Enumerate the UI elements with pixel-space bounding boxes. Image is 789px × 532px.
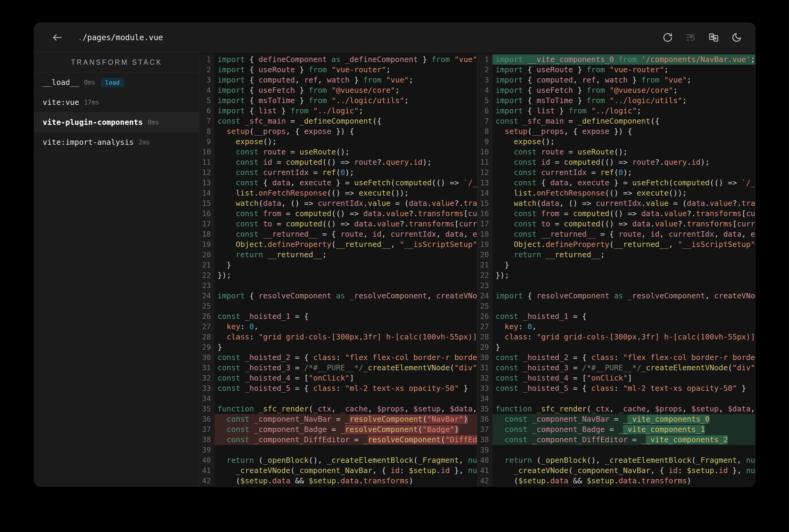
file-path: ./pages/module.vue (78, 33, 163, 42)
code-line: 39 (199, 445, 477, 455)
code-tokens: import __vite_components_0 from '/compon… (496, 55, 755, 64)
line-number: 6 (199, 106, 215, 116)
code-line: 35function _sfc_render(_ctx, _cache, $pr… (199, 404, 477, 414)
code-text: const { data, execute } = useFetch(compu… (215, 178, 477, 188)
code-text: const from = computed(() => data.value?.… (493, 209, 755, 219)
dark-mode-button[interactable] (731, 32, 742, 43)
code-text (215, 301, 477, 311)
file-path-main: /pages/module.vue (82, 33, 163, 42)
code-line: 21 } (477, 260, 755, 270)
app-window: ./pages/module.vue (34, 23, 755, 487)
code-text: } (215, 260, 477, 270)
code-line: 22}); (477, 270, 755, 281)
code-tokens: Object.defineProperty(__returned__, "__i… (218, 240, 477, 249)
list-restart-button[interactable] (685, 32, 696, 43)
code-line: 25 (477, 301, 755, 311)
code-tokens: return __returned__; (496, 250, 605, 259)
code-text: const _hoisted_5 = { class: "ml-2 text-x… (493, 383, 755, 394)
line-number: 33 (477, 383, 493, 394)
line-number: 19 (199, 240, 215, 250)
line-number: 2 (477, 65, 493, 75)
code-line: 36 const _component_NavBar = __vite_comp… (477, 414, 755, 424)
back-button[interactable] (50, 31, 65, 44)
code-tokens: setup(__props, { expose }) { (218, 127, 354, 136)
code-tokens: const currentIdx = ref(0); (496, 168, 632, 177)
line-number: 2 (199, 65, 215, 75)
code-tokens: const _component_Badge = __vite_componen… (496, 425, 705, 434)
line-number: 8 (199, 126, 215, 137)
list-restart-icon (685, 32, 696, 43)
line-number: 8 (477, 126, 493, 137)
line-number: 38 (199, 435, 215, 445)
code-text: watch(data, () => currentIdx.value = (da… (215, 198, 477, 209)
code-tokens: list.onFetchResponse(() => execute()); (496, 189, 687, 197)
code-line: 33const _hoisted_5 = { class: "ml-2 text… (199, 383, 477, 394)
main-area: TRANSFORM STACK __load__0msloadvite:vue1… (34, 52, 755, 486)
line-number: 32 (477, 373, 493, 383)
line-number: 16 (477, 209, 493, 219)
line-number: 25 (477, 301, 493, 311)
titlebar-actions (662, 32, 742, 43)
code-text: const _hoisted_3 = /*#__PURE__*/_createE… (493, 363, 755, 373)
line-number: 3 (477, 75, 493, 85)
line-number: 37 (199, 424, 215, 435)
code-line: 11 const id = computed(() => route?.quer… (477, 157, 755, 168)
sidebar-item-vite-plugin-components[interactable]: vite-plugin-components0ms (34, 112, 199, 132)
line-number: 5 (477, 96, 493, 106)
code-line: 22}); (199, 270, 477, 281)
code-text: _createVNode(_component_NavBar, { id: $s… (493, 466, 755, 476)
code-line: 17 const to = computed(() => data.value?… (199, 219, 477, 229)
code-tokens: const from = computed(() => data.value?.… (496, 209, 755, 218)
code-text: }); (493, 270, 755, 281)
code-pane-before[interactable]: 1import { defineComponent as _defineComp… (199, 52, 477, 486)
code-tokens: class: "grid grid-cols-[300px,3fr] h-[ca… (218, 332, 477, 341)
code-line: 14 list.onFetchResponse(() => execute())… (199, 188, 477, 198)
code-line: 27 key: 0, (199, 322, 477, 332)
line-number: 30 (199, 353, 215, 363)
diff-removed-line: const _component_Badge = _resolveCompone… (215, 424, 477, 435)
code-text (215, 394, 477, 404)
diff-removed-line: const _component_NavBar = _resolveCompon… (215, 414, 477, 424)
refresh-button[interactable] (662, 32, 674, 43)
code-text: import { useRoute } from "vue-router"; (215, 65, 477, 75)
plugin-name: vite:vue (43, 98, 79, 107)
code-tokens: setup(__props, { expose }) { (496, 127, 632, 136)
code-text: setup(__props, { expose }) { (493, 126, 755, 137)
line-number: 18 (199, 229, 215, 240)
code-line: 29} (199, 342, 477, 353)
sidebar-item-load[interactable]: __load__0msload (34, 73, 199, 93)
sidebar-item-vite-vue[interactable]: vite:vue17ms (34, 93, 199, 112)
code-tokens: const _component_NavBar = _resolveCompon… (218, 415, 468, 423)
code-line: 4import { useFetch } from "@vueuse/core"… (199, 85, 477, 96)
line-number: 11 (477, 157, 493, 168)
code-text: const route = useRoute(); (215, 147, 477, 157)
sidebar-item-vite-import-analysis[interactable]: vite:import-analysis2ms (34, 132, 199, 152)
line-number: 10 (199, 147, 215, 157)
code-text: expose(); (215, 137, 477, 147)
line-number: 20 (199, 250, 215, 260)
code-tokens: import { resolveComponent as _resolveCom… (496, 291, 755, 300)
code-tokens: import { resolveComponent as _resolveCom… (218, 291, 477, 300)
code-line: 5import { msToTime } from "../logic/util… (477, 96, 755, 106)
code-line: 6import { list } from "../logic"; (199, 106, 477, 116)
code-tokens: _createVNode(_component_NavBar, { id: $s… (218, 466, 477, 475)
code-tokens: function _sfc_render(_ctx, _cache, $prop… (218, 404, 477, 413)
panels-merge-button[interactable] (708, 32, 719, 43)
code-pane-after[interactable]: 1import __vite_components_0 from '/compo… (477, 52, 755, 486)
code-line: 41 _createVNode(_component_NavBar, { id:… (477, 466, 755, 476)
code-tokens: expose(); (218, 137, 277, 146)
code-line: 7const _sfc_main = _defineComponent({ (199, 116, 477, 126)
code-tokens: const _hoisted_3 = /*#__PURE__*/_createE… (218, 363, 477, 372)
line-number: 27 (199, 322, 215, 332)
code-tokens: const _hoisted_5 = { class: "ml-2 text-x… (218, 384, 468, 393)
code-line: 19 Object.defineProperty(__returned__, "… (477, 240, 755, 250)
code-text: Object.defineProperty(__returned__, "__i… (215, 240, 477, 250)
code-text: class: "grid grid-cols-[300px,3fr] h-[ca… (215, 332, 477, 342)
plugin-time: 0ms (84, 79, 95, 86)
code-tokens: const __returned__ = { route, id, curren… (496, 230, 755, 239)
code-line: 12 const currentIdx = ref(0); (199, 168, 477, 178)
code-line: 12 const currentIdx = ref(0); (477, 168, 755, 178)
code-line: 30const _hoisted_2 = { class: "flex flex… (477, 353, 755, 363)
code-text (493, 394, 755, 404)
code-line: 28 class: "grid grid-cols-[300px,3fr] h-… (477, 332, 755, 342)
